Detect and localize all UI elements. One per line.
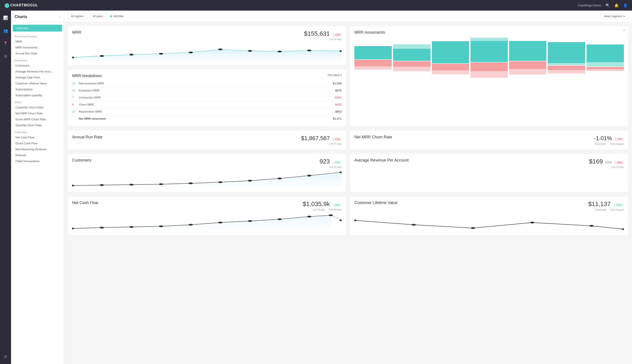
breakdown-value-3: -$435: [334, 103, 342, 106]
regions-filter[interactable]: All regions ▾: [68, 14, 88, 19]
plans-filter[interactable]: All plans ▾: [90, 14, 107, 19]
sidebar-item-net-cashflow[interactable]: Net Cash Flow: [11, 134, 64, 140]
bar-seg-red-light-4: [471, 71, 508, 78]
nav-icon-integrations[interactable]: ⊞: [3, 52, 9, 60]
svg-point-29: [329, 214, 333, 216]
cashflow-right: $1,035.9k ↑ 26% Last 30 days Prev 30 day…: [303, 200, 342, 211]
mrr-card: MRR $155,631 ↓ 10% Last 30 days: [68, 26, 346, 66]
arr-value-row: $1,867,567 ↓ 10%: [301, 135, 342, 142]
breakdown-row-4: 10 Reactivation MRR $803: [72, 108, 342, 115]
mrr-title: MRR: [72, 30, 81, 35]
sidebar-item-ltv[interactable]: Customer Lifetime Value: [11, 80, 64, 86]
svg-point-17: [277, 178, 282, 179]
sidebar-item-customers[interactable]: Customers: [11, 62, 64, 68]
bar-seg-teal-6: [548, 42, 585, 63]
nav-icon-charts[interactable]: 📊: [2, 14, 9, 22]
ltv-badge-sub: From August: [610, 208, 624, 211]
bar-seg-teal-light-6: [548, 63, 585, 65]
gear-icon[interactable]: ⚙: [623, 28, 625, 32]
arpa-right: $169 MRR ↓ 36% Last 30 days: [589, 158, 624, 168]
mrr-header: MRR $155,631 ↓ 10% Last 30 days: [72, 30, 342, 40]
bell-icon[interactable]: 🔔: [614, 3, 619, 8]
sidebar-item-overview[interactable]: Overview: [13, 25, 62, 32]
nav-icon-settings[interactable]: ⚙: [3, 353, 9, 360]
bar-seg-teal-light-7: [586, 62, 624, 66]
search-icon[interactable]: 🔍: [605, 3, 610, 8]
sidebar-title: Charts: [15, 14, 27, 19]
segment-select[interactable]: Select segment ▾: [601, 14, 627, 19]
sidebar-collapse-button[interactable]: ‹: [59, 15, 60, 19]
sidebar-item-non-recurring[interactable]: Non-Recurring Revenue: [11, 146, 64, 152]
sidebar-item-annual-run-rate[interactable]: Annual Run Rate: [11, 50, 64, 56]
user-icon[interactable]: 👤: [623, 3, 627, 8]
sidebar-item-gross-mrr-churn[interactable]: Gross MRR Churn Rate: [11, 116, 64, 122]
svg-point-3: [159, 53, 163, 55]
cashflow-value-row: $1,035.9k ↑ 26%: [303, 200, 342, 208]
bar-seg-teal-light-2: [393, 44, 430, 49]
arpa-header: Average Revenue Per Account $169 MRR ↓ 3…: [354, 158, 624, 168]
app-body: 📊 👥 📍 ⊞ ⚙ Charts ‹ Overview Recurring Re…: [0, 10, 632, 364]
svg-point-6: [248, 50, 252, 52]
svg-point-4: [188, 52, 193, 53]
cashflow-header: Net Cash Flow $1,035.9k ↑ 26% Last 30 da…: [72, 200, 342, 211]
user-name: ChartMogul Demo: [578, 4, 601, 7]
sidebar-item-gross-cashflow[interactable]: Gross Cash Flow: [11, 140, 64, 146]
sidebar-item-arpa[interactable]: Average Revenue Per Acco...: [11, 68, 64, 74]
arpa-value-row: $169 MRR ↓ 36%: [589, 158, 624, 165]
ltv-header: Customer Lifetime Value $11,137 ↑ 228% S…: [354, 200, 624, 211]
week-selector[interactable]: This week ▾: [327, 74, 342, 77]
segment-label: Select segment: [604, 15, 622, 18]
sidebar-item-customer-churn[interactable]: Customer Churn Rate: [11, 104, 64, 110]
breakdown-row-net: Net MRR movement $1,971: [72, 115, 342, 122]
regions-label: All regions: [71, 15, 83, 18]
bar-stack-1: [354, 46, 392, 70]
sidebar-item-sub-quantity[interactable]: Subscription quantity: [11, 92, 64, 98]
sidebar-item-refunds[interactable]: Refunds: [11, 152, 64, 158]
sidebar-item-subscriptions[interactable]: Subscriptions: [11, 86, 64, 92]
customers-card: Customers 923 ↑ 44% Last 30 days: [68, 153, 346, 192]
svg-point-18: [307, 175, 312, 176]
arpa-sub: Last 30 days: [611, 166, 624, 168]
sidebar-item-mrr[interactable]: MRR: [11, 38, 64, 44]
customers-title: Customers: [72, 158, 91, 162]
annual-run-rate-card: Annual Run Rate $1,867,567 ↓ 10% Last 30…: [68, 130, 346, 150]
breakdown-num-4: 10: [72, 110, 79, 113]
breakdown-value-4: $803: [335, 110, 342, 113]
svg-point-34: [530, 222, 534, 224]
svg-point-28: [307, 216, 312, 218]
sidebar-item-asp[interactable]: Average Sale Price: [11, 74, 64, 80]
mrr-value-row: $155,631 ↓ 10%: [304, 30, 342, 37]
nav-icon-users[interactable]: 👥: [2, 27, 9, 34]
ltv-value: $11,137: [588, 200, 610, 208]
breakdown-label-1: Expansion MRR: [79, 89, 335, 92]
sidebar-item-quantity-churn[interactable]: Quantity Churn Rate: [11, 122, 64, 128]
bar-seg-red-light-6: [548, 70, 585, 73]
nav-icon-location[interactable]: 📍: [2, 40, 9, 47]
breakdown-row-3: 6 Churn MRR -$435: [72, 101, 342, 108]
svg-point-26: [248, 220, 252, 222]
customers-value-row: 923 ↑ 44%: [320, 158, 342, 165]
svg-point-33: [471, 227, 475, 229]
breakdown-num-1: 10: [72, 89, 79, 92]
breakdown-label-4: Reactivation MRR: [79, 110, 335, 113]
bar-seg-teal-light-4: [471, 38, 508, 41]
sidebar-item-net-mrr-churn[interactable]: Net MRR Churn Rate: [11, 110, 64, 116]
add-filter-button[interactable]: ⊕ Add filter: [110, 14, 124, 18]
mrr-sub: Last 30 days: [329, 38, 342, 40]
regions-caret: ▾: [84, 15, 85, 18]
sidebar-item-failed-transactions[interactable]: Failed transactions: [11, 158, 64, 164]
arr-sub: Last 30 days: [329, 142, 342, 145]
arpa-card: Average Revenue Per Account $169 MRR ↓ 3…: [350, 153, 628, 192]
sidebar-item-mrr-movements[interactable]: MRR movements: [11, 44, 64, 50]
mrr-movements-chart: [354, 40, 624, 75]
cashflow-title: Net Cash Flow: [72, 200, 98, 205]
ltv-right: $11,137 ↑ 228% September From August: [588, 200, 624, 211]
bar-6: [548, 40, 585, 75]
svg-point-23: [159, 226, 163, 227]
breakdown-rows: 24 New business MRR $1,089 10 Expansion …: [72, 80, 342, 122]
svg-point-16: [248, 180, 252, 182]
customers-right: 923 ↑ 44% Last 30 days: [320, 158, 342, 168]
churn-badge: ↑ 78%: [614, 137, 624, 141]
cashflow-badge-sub: Prev 30 days: [329, 208, 342, 211]
bar-5: [509, 40, 546, 75]
